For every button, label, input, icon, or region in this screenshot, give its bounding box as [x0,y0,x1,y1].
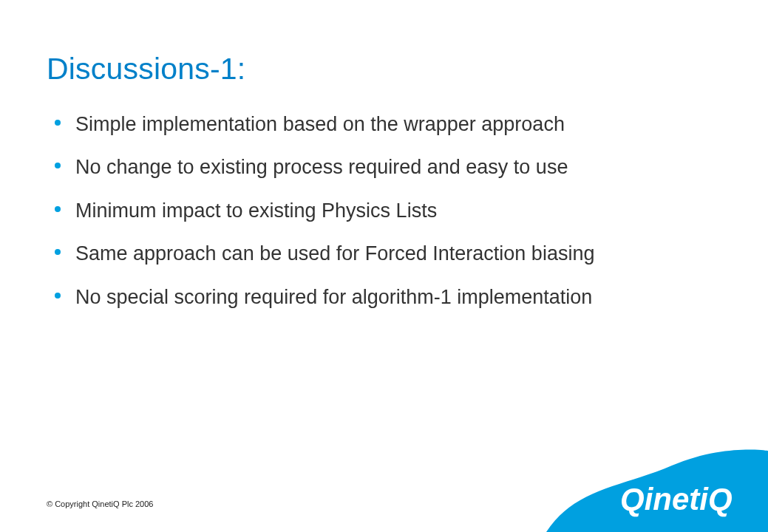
bullet-text: Simple implementation based on the wrapp… [75,111,565,137]
list-item: No special scoring required for algorith… [55,284,705,310]
bullet-icon [55,249,61,255]
slide-title: Discussions-1: [47,52,245,86]
bullet-text: No change to existing process required a… [75,154,568,180]
bullet-icon [55,293,61,299]
slide: Discussions-1: Simple implementation bas… [0,0,768,532]
logo-icon: QinetiQ [546,443,768,532]
bullet-text: Minimum impact to existing Physics Lists [75,197,437,224]
bullet-text: No special scoring required for algorith… [75,284,592,310]
qinetiq-logo: QinetiQ [546,443,768,532]
list-item: Minimum impact to existing Physics Lists [55,197,705,224]
bullet-list: Simple implementation based on the wrapp… [55,111,705,327]
bullet-icon [55,163,61,168]
copyright-text: © Copyright QinetiQ Plc 2006 [47,499,153,508]
list-item: Same approach can be used for Forced Int… [55,240,705,267]
list-item: No change to existing process required a… [55,154,705,180]
bullet-icon [55,120,61,126]
logo-text: QinetiQ [620,482,733,517]
bullet-text: Same approach can be used for Forced Int… [75,240,594,267]
list-item: Simple implementation based on the wrapp… [55,111,705,137]
bullet-icon [55,206,61,212]
